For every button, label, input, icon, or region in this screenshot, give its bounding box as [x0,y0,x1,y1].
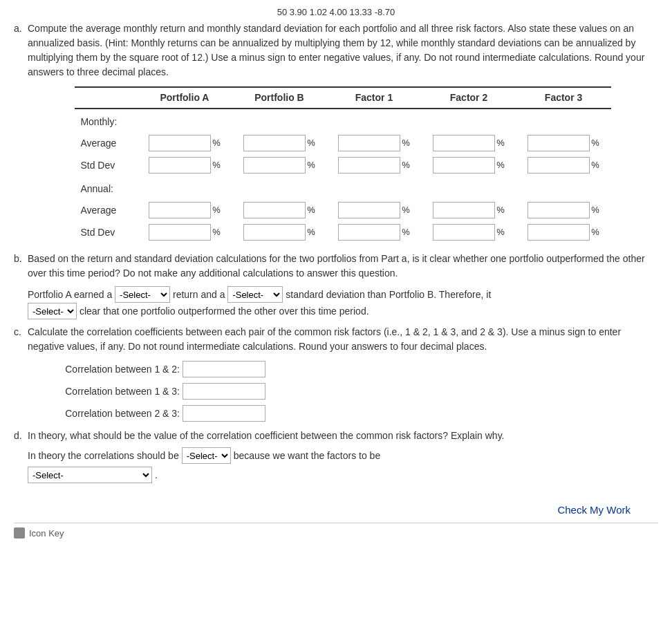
annual-sd-portb-cell[interactable]: % [232,221,326,243]
monthly-avg-f3-cell[interactable]: % [516,132,611,154]
monthly-sd-portb-input[interactable] [243,157,306,174]
annual-sd-porta-input[interactable] [149,224,211,241]
part-d-section: d. In theory, what should be the value o… [14,429,658,483]
pct-symbol-11: % [212,203,221,217]
corr-23-input[interactable] [183,405,265,422]
monthly-avg-portb-input[interactable] [243,135,306,151]
annual-average-label: Average [75,199,137,221]
monthly-sd-f3-input[interactable] [528,157,590,174]
part-a-label: a. [14,21,24,250]
part-d-content: In theory, what should be the value of t… [28,429,658,483]
corr-23-label: Correlation between 2 & 3: [28,406,180,421]
part-b-middle1: return and a [173,289,225,300]
pct-symbol-7: % [307,158,315,172]
annual-sd-f1-input[interactable] [338,224,400,241]
monthly-avg-f1-input[interactable] [338,135,400,151]
monthly-sd-f1-cell[interactable]: % [326,154,421,176]
select-stddev-comparison[interactable]: -Select- higher lower the same [227,286,283,303]
corr-row-13: Correlation between 1 & 3: [28,383,658,400]
monthly-sd-portb-cell[interactable]: % [232,154,326,176]
top-numbers: 50 3.90 1.02 4.00 13.33 -8.70 [277,7,395,17]
select-clear-comparison[interactable]: -Select- is is not [28,303,77,319]
check-my-work-row: Check My Work [14,504,658,516]
annual-avg-f3-input[interactable] [528,202,590,218]
col-header-factor3: Factor 3 [516,87,611,109]
part-b-label: b. [14,252,24,324]
annual-avg-porta-cell[interactable]: % [137,199,232,221]
annual-sd-f3-cell[interactable]: % [516,221,611,243]
part-b-sentence: Portfolio A earned a -Select- higher low… [28,286,658,319]
table-row-annual-stddev: Std Dev % % [75,221,610,243]
monthly-sd-porta-cell[interactable]: % [137,154,232,176]
pct-symbol-8: % [402,158,410,172]
pct-symbol-5: % [591,136,599,150]
part-c-label: c. [14,325,24,427]
icon-key-label: Icon Key [29,528,64,539]
monthly-sd-f3-cell[interactable]: % [516,154,611,176]
monthly-avg-f2-cell[interactable]: % [422,132,516,154]
data-table: Portfolio A Portfolio B Factor 1 Factor … [75,86,610,243]
col-header-factor2: Factor 2 [422,87,516,109]
pct-symbol-19: % [496,225,505,239]
annual-avg-f1-cell[interactable]: % [326,199,421,221]
monthly-avg-porta-input[interactable] [149,135,211,151]
monthly-sd-f1-input[interactable] [338,157,400,174]
annual-sd-porta-cell[interactable]: % [137,221,232,243]
monthly-avg-porta-cell[interactable]: % [137,132,232,154]
period-text: . [155,468,158,483]
annual-sd-f1-cell[interactable]: % [326,221,421,243]
pct-symbol-18: % [402,225,410,239]
col-header-portfolio-a: Portfolio A [137,87,232,109]
part-d-instructions: In theory, what should be the value of t… [28,430,505,441]
corr-12-label: Correlation between 1 & 2: [28,362,180,377]
part-d-label: d. [14,429,24,483]
theory-row: In theory the correlations should be -Se… [28,447,658,464]
table-row-annual-label: Annual: [75,176,610,199]
corr-13-input[interactable] [183,383,265,400]
part-a-content: Compute the average monthly return and m… [28,21,658,250]
monthly-avg-portb-cell[interactable]: % [232,132,326,154]
monthly-sd-f2-input[interactable] [433,157,495,174]
check-my-work-button[interactable]: Check My Work [557,504,631,516]
part-b-suffix: clear that one portfolio outperformed th… [80,306,369,317]
annual-avg-f2-cell[interactable]: % [422,199,516,221]
correlation-inputs: Correlation between 1 & 2: Correlation b… [28,361,658,422]
annual-sd-portb-input[interactable] [243,224,306,241]
monthly-average-label: Average [75,132,137,154]
monthly-sd-f2-cell[interactable]: % [422,154,516,176]
part-c-instructions: Calculate the correlation coefficients b… [28,326,621,352]
annual-avg-f2-input[interactable] [433,202,495,218]
table-row-annual-average: Average % % [75,199,610,221]
col-header-empty [75,87,137,109]
annual-sd-f3-input[interactable] [528,224,590,241]
corr-12-input[interactable] [183,361,265,377]
monthly-avg-f1-cell[interactable]: % [326,132,421,154]
monthly-label: Monthly: [75,109,610,132]
select-theory-value[interactable]: -Select- zero one -one [182,447,231,464]
part-b-prefix: Portfolio A earned a [28,289,112,300]
pct-symbol-2: % [307,136,315,150]
table-row-monthly-average: Average % % [75,132,610,154]
annual-sd-f2-input[interactable] [433,224,495,241]
pct-symbol-1: % [212,136,221,150]
select-return-comparison[interactable]: -Select- higher lower the same [115,286,170,303]
pct-symbol-17: % [307,225,315,239]
pct-symbol-15: % [591,203,599,217]
icon-key-icon [14,527,25,539]
monthly-avg-f2-input[interactable] [433,135,495,151]
pct-symbol-4: % [496,136,505,150]
select-factor-type[interactable]: -Select- uncorrelated correlated perfect… [28,467,152,483]
pct-symbol-20: % [591,225,599,239]
annual-avg-portb-cell[interactable]: % [232,199,326,221]
annual-avg-portb-input[interactable] [243,202,306,218]
part-a-instructions: Compute the average monthly return and m… [28,23,644,77]
part-a-section: a. Compute the average monthly return an… [14,21,658,250]
annual-avg-f3-cell[interactable]: % [516,199,611,221]
annual-label: Annual: [75,176,610,199]
annual-avg-f1-input[interactable] [338,202,400,218]
annual-sd-f2-cell[interactable]: % [422,221,516,243]
annual-avg-porta-input[interactable] [149,202,211,218]
monthly-avg-f3-input[interactable] [528,135,590,151]
pct-symbol-3: % [402,136,410,150]
monthly-sd-porta-input[interactable] [149,157,211,174]
